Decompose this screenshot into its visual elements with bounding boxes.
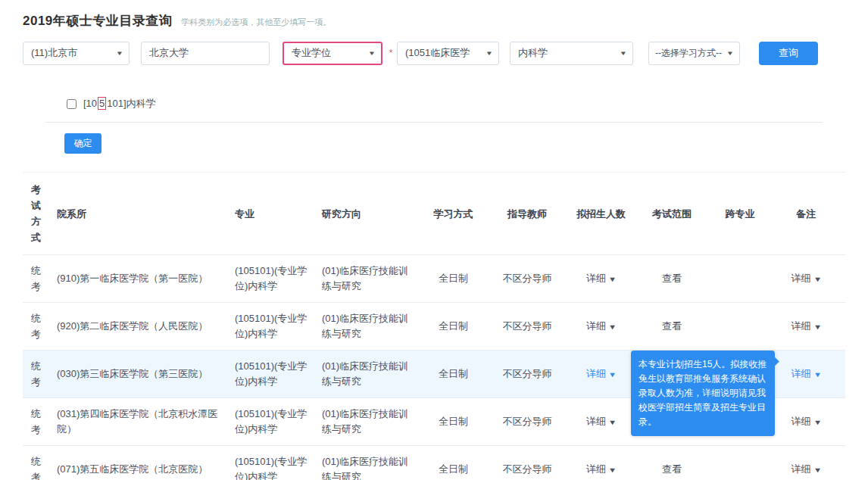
header-exam-method: 考试方式 bbox=[23, 182, 57, 245]
major-cell: (105101)(专业学位)内科学 bbox=[235, 263, 322, 294]
filter-bar: (11)北京市 ▼ 专业学位 ▼ * (1051临床医学 ▼ 内科学 ▼ --选… bbox=[23, 41, 845, 65]
caret-down-icon: ▼ bbox=[608, 319, 617, 335]
exam-method-cell: 统考 bbox=[23, 310, 57, 342]
study-mode-cell: 全日制 bbox=[417, 319, 489, 334]
caret-down-icon: ▼ bbox=[620, 50, 627, 57]
caret-down-icon: ▼ bbox=[116, 50, 123, 57]
discipline-select[interactable]: (1051临床医学 ▼ bbox=[397, 42, 499, 65]
direction-cell: (01)临床医疗技能训练与研究 bbox=[322, 454, 417, 480]
caret-down-icon: ▼ bbox=[813, 367, 821, 382]
caret-down-icon: ▼ bbox=[813, 463, 821, 478]
degree-type-select[interactable]: 专业学位 ▼ bbox=[283, 42, 382, 65]
table-header-row: 考试方式 院系所 专业 研究方向 学习方式 指导教师 拟招生人数 考试范围 跨专… bbox=[23, 173, 845, 254]
enrollment-detail-dropdown[interactable]: 详细▼ bbox=[586, 320, 616, 332]
major-checkbox[interactable] bbox=[67, 99, 76, 109]
department-cell: (910)第一临床医学院（第一医院） bbox=[57, 271, 235, 286]
remarks-detail-dropdown[interactable]: 详细▼ bbox=[792, 368, 821, 379]
department-cell: (071)第五临床医学院（北京医院） bbox=[57, 462, 235, 477]
study-mode-cell: 全日制 bbox=[417, 271, 489, 286]
header-study-mode: 学习方式 bbox=[417, 206, 489, 222]
remarks-tooltip-text: 本专业计划招生15人。拟接收推免生以教育部推免服务系统确认录取人数为准，详细说明… bbox=[639, 359, 767, 427]
caret-down-icon: ▼ bbox=[486, 50, 493, 57]
enrollment-detail-dropdown[interactable]: 详细▼ bbox=[586, 273, 616, 284]
department-cell: (030)第三临床医学院（第三医院） bbox=[57, 366, 235, 382]
major-cell: (105101)(专业学位)内科学 bbox=[235, 407, 322, 437]
major-cell: (105101)(专业学位)内科学 bbox=[235, 454, 322, 480]
direction-cell: (01)临床医疗技能训练与研究 bbox=[322, 263, 417, 294]
enrollment-detail-dropdown[interactable]: 详细▼ bbox=[586, 368, 616, 379]
header-major: 专业 bbox=[235, 206, 322, 222]
department-cell: (920)第二临床医学院（人民医院） bbox=[57, 319, 235, 334]
major-checkbox-row: [105101]内科学 bbox=[45, 88, 823, 122]
header-department: 院系所 bbox=[57, 206, 235, 222]
caret-down-icon: ▼ bbox=[813, 319, 821, 335]
header-enrollment: 拟招生人数 bbox=[565, 206, 637, 222]
supervisor-cell: 不区分导师 bbox=[489, 462, 565, 477]
supervisor-cell: 不区分导师 bbox=[489, 366, 565, 382]
remarks-tooltip: 本专业计划招生15人。拟接收推免生以教育部推免服务系统确认录取人数为准，详细说明… bbox=[631, 351, 775, 436]
header-direction: 研究方向 bbox=[322, 206, 417, 222]
university-input[interactable] bbox=[149, 48, 263, 59]
page-subtitle: 学科类别为必选项，其他至少填写一项。 bbox=[181, 17, 331, 28]
caret-down-icon: ▼ bbox=[608, 463, 617, 478]
caret-down-icon: ▼ bbox=[726, 50, 734, 57]
supervisor-cell: 不区分导师 bbox=[489, 319, 565, 334]
exam-method-cell: 统考 bbox=[23, 454, 57, 480]
remarks-detail-dropdown[interactable]: 详细▼ bbox=[792, 320, 821, 332]
enrollment-detail-dropdown[interactable]: 详细▼ bbox=[586, 463, 616, 475]
supervisor-cell: 不区分导师 bbox=[489, 271, 565, 286]
highlighted-digit: 5 bbox=[98, 97, 106, 110]
remarks-detail-dropdown[interactable]: 详细▼ bbox=[792, 273, 821, 284]
supervisor-cell: 不区分导师 bbox=[489, 414, 565, 429]
divider bbox=[45, 122, 823, 123]
major-cell: (105101)(专业学位)内科学 bbox=[235, 311, 322, 341]
direction-cell: (01)临床医疗技能训练与研究 bbox=[322, 359, 417, 389]
direction-cell: (01)临床医疗技能训练与研究 bbox=[322, 311, 417, 341]
caret-down-icon: ▼ bbox=[368, 50, 376, 57]
study-mode-select-value: --选择学习方式-- bbox=[655, 47, 722, 60]
major-select-value: 内科学 bbox=[518, 46, 548, 60]
major-cell: (105101)(专业学位)内科学 bbox=[235, 359, 322, 389]
exam-method-cell: 统考 bbox=[23, 358, 57, 390]
caret-down-icon: ▼ bbox=[813, 272, 821, 287]
table-row: 统考 (910)第一临床医学院（第一医院） (105101)(专业学位)内科学 … bbox=[23, 254, 845, 302]
major-checkbox-label: [105101]内科学 bbox=[83, 97, 156, 111]
province-select-value: (11)北京市 bbox=[31, 46, 77, 60]
caret-down-icon: ▼ bbox=[608, 367, 617, 382]
department-cell: (031)第四临床医学院（北京积水潭医院） bbox=[57, 407, 235, 437]
query-button[interactable]: 查询 bbox=[759, 42, 818, 65]
remarks-detail-dropdown[interactable]: 详细▼ bbox=[792, 463, 821, 475]
required-asterisk: * bbox=[387, 48, 395, 58]
confirm-button[interactable]: 确定 bbox=[64, 133, 101, 154]
page-header: 2019年硕士专业目录查询 学科类别为必选项，其他至少填写一项。 bbox=[0, 0, 868, 30]
header-exam-scope: 考试范围 bbox=[637, 206, 707, 222]
degree-type-select-value: 专业学位 bbox=[292, 46, 331, 60]
major-selection-panel: [105101]内科学 确定 bbox=[45, 88, 823, 154]
exam-scope-link[interactable]: 查看 bbox=[662, 463, 682, 475]
exam-method-cell: 统考 bbox=[23, 263, 57, 295]
header-supervisor: 指导教师 bbox=[489, 206, 565, 222]
page-title: 2019年硕士专业目录查询 bbox=[23, 12, 172, 30]
header-cross-major: 跨专业 bbox=[707, 206, 773, 222]
enrollment-detail-dropdown[interactable]: 详细▼ bbox=[586, 416, 616, 427]
caret-down-icon: ▼ bbox=[608, 272, 617, 287]
university-input-wrap bbox=[141, 42, 270, 65]
direction-cell: (01)临床医疗技能训练与研究 bbox=[322, 407, 417, 437]
exam-scope-link[interactable]: 查看 bbox=[662, 320, 682, 332]
study-mode-select[interactable]: --选择学习方式-- ▼ bbox=[648, 42, 740, 65]
discipline-select-value: (1051临床医学 bbox=[405, 46, 470, 60]
study-mode-cell: 全日制 bbox=[417, 462, 489, 477]
exam-method-cell: 统考 bbox=[23, 406, 57, 438]
province-select[interactable]: (11)北京市 ▼ bbox=[23, 42, 130, 65]
header-remarks: 备注 bbox=[773, 206, 838, 222]
table-row: 统考 (071)第五临床医学院（北京医院） (105101)(专业学位)内科学 … bbox=[23, 445, 845, 480]
caret-down-icon: ▼ bbox=[608, 415, 617, 430]
study-mode-cell: 全日制 bbox=[417, 366, 489, 382]
table-row: 统考 (920)第二临床医学院（人民医院） (105101)(专业学位)内科学 … bbox=[23, 302, 845, 350]
catalog-query-page: 2019年硕士专业目录查询 学科类别为必选项，其他至少填写一项。 (11)北京市… bbox=[0, 0, 868, 480]
remarks-detail-dropdown[interactable]: 详细▼ bbox=[792, 416, 821, 427]
exam-scope-link[interactable]: 查看 bbox=[662, 273, 682, 284]
major-select[interactable]: 内科学 ▼ bbox=[510, 42, 633, 65]
caret-down-icon: ▼ bbox=[813, 415, 821, 430]
study-mode-cell: 全日制 bbox=[417, 414, 489, 429]
